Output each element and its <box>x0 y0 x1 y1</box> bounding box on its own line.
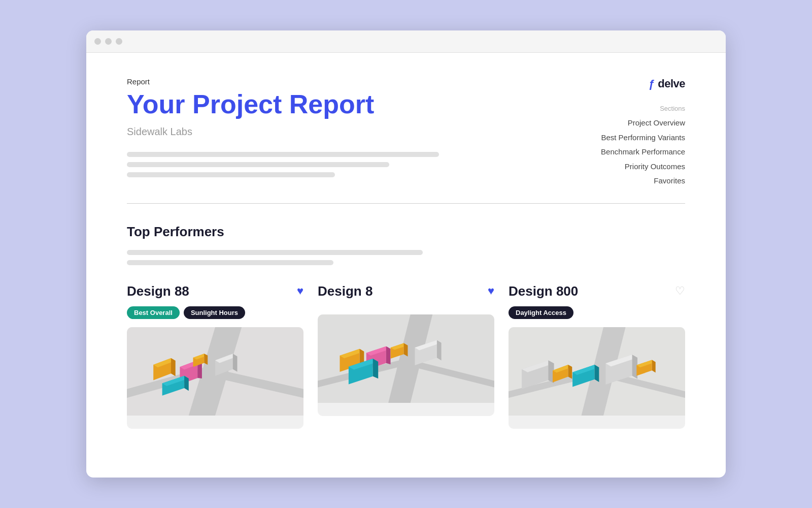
design-8-image <box>318 314 494 416</box>
section-best-performing[interactable]: Best Performing Variants <box>601 132 685 144</box>
design-8-heart[interactable]: ♥ <box>488 284 494 298</box>
report-label: Report <box>127 77 543 86</box>
svg-marker-17 <box>233 354 238 372</box>
intro-placeholder-lines <box>127 152 543 177</box>
svg-marker-35 <box>437 340 442 360</box>
browser-window: Report Your Project Report Sidewalk Labs… <box>86 30 726 478</box>
placeholder-line-3 <box>127 172 335 177</box>
design-8-name: Design 8 <box>318 283 373 299</box>
svg-marker-47 <box>595 364 599 382</box>
placeholder-line-2 <box>127 162 389 167</box>
section-divider <box>127 203 685 204</box>
browser-dot-green <box>116 38 122 45</box>
design-8-header: Design 8 ♥ <box>318 283 494 299</box>
report-subtitle: Sidewalk Labs <box>127 126 543 138</box>
svg-marker-44 <box>568 364 572 378</box>
section-project-overview[interactable]: Project Overview <box>628 117 685 129</box>
tag-best-overall: Best Overall <box>127 306 180 319</box>
top-performers-line-2 <box>127 260 333 265</box>
logo-text: delve <box>658 77 685 90</box>
design-800-name: Design 800 <box>509 283 578 299</box>
design-88-tags: Best Overall Sunlight Hours <box>127 306 303 319</box>
design-800-header: Design 800 ♡ <box>509 283 685 299</box>
placeholder-line-1 <box>127 152 439 157</box>
design-88-name: Design 88 <box>127 283 189 299</box>
svg-marker-14 <box>204 354 208 365</box>
design-88-heart[interactable]: ♥ <box>297 284 303 298</box>
design-800-heart[interactable]: ♡ <box>675 284 685 298</box>
browser-content: Report Your Project Report Sidewalk Labs… <box>86 53 726 459</box>
browser-dot-red <box>94 38 101 45</box>
logo-area: ƒ delve <box>543 77 685 90</box>
section-favorites[interactable]: Favorites <box>654 175 685 187</box>
sections-list: Project Overview Best Performing Variant… <box>543 117 685 187</box>
design-800-tags: Daylight Access <box>509 306 685 319</box>
svg-marker-5 <box>171 358 176 376</box>
design-card-8: Design 8 ♥ <box>318 283 494 429</box>
design-88-header: Design 88 ♥ <box>127 283 303 299</box>
svg-marker-53 <box>652 360 656 372</box>
header-row: Report Your Project Report Sidewalk Labs… <box>127 77 685 187</box>
top-performers-line-1 <box>127 250 423 255</box>
svg-marker-29 <box>373 359 378 378</box>
design-800-image <box>509 327 685 429</box>
top-performers-heading: Top Performers <box>127 224 685 240</box>
browser-titlebar <box>86 30 726 53</box>
designs-grid: Design 88 ♥ Best Overall Sunlight Hours <box>127 283 685 429</box>
top-performers-placeholder <box>127 250 685 265</box>
header-left: Report Your Project Report Sidewalk Labs <box>127 77 543 182</box>
logo-icon: ƒ <box>649 77 655 90</box>
svg-marker-32 <box>404 343 408 356</box>
section-priority[interactable]: Priority Outcomes <box>625 161 685 173</box>
section-benchmark[interactable]: Benchmark Performance <box>601 146 685 158</box>
design-88-image <box>127 327 303 429</box>
sections-label: Sections <box>543 105 685 112</box>
design-card-88: Design 88 ♥ Best Overall Sunlight Hours <box>127 283 303 429</box>
browser-dot-yellow <box>105 38 112 45</box>
header-right: ƒ delve Sections Project Overview Best P… <box>543 77 685 187</box>
tag-sunlight-hours: Sunlight Hours <box>184 306 245 319</box>
tag-daylight-access: Daylight Access <box>509 306 573 319</box>
top-performers-section: Top Performers <box>127 224 685 265</box>
design-card-800: Design 800 ♡ Daylight Access <box>509 283 685 429</box>
report-title: Your Project Report <box>127 90 543 119</box>
svg-marker-26 <box>386 346 391 364</box>
